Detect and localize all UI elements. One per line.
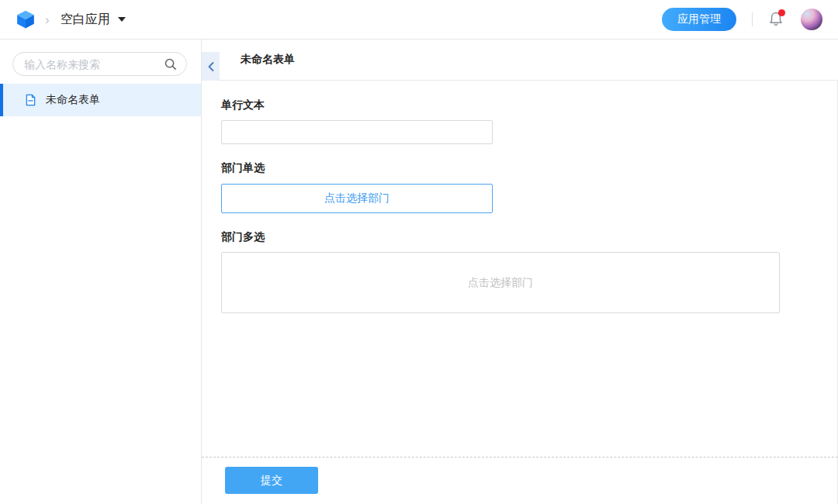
sidebar-search-box [12, 52, 187, 76]
single-line-text-input[interactable] [221, 120, 493, 144]
page-body: 未命名表单 未命名表单 单行文本 部门单选 点击选择部门 部门多选 [0, 40, 838, 504]
document-icon [25, 94, 36, 106]
app-logo-cube-icon[interactable] [16, 9, 36, 29]
main-panel: 未命名表单 单行文本 部门单选 点击选择部门 部门多选 点击选择部门 提交 [202, 40, 838, 504]
form-title: 未命名表单 [241, 53, 295, 67]
breadcrumb-app-name[interactable]: 空白应用 [61, 12, 126, 28]
app-name-label: 空白应用 [61, 12, 110, 28]
field-label: 部门单选 [221, 161, 818, 175]
topbar-divider [752, 12, 753, 26]
field-department-single: 部门单选 点击选择部门 [221, 161, 818, 213]
notification-badge-dot [778, 9, 785, 16]
submit-button[interactable]: 提交 [225, 467, 318, 494]
department-multi-placeholder: 点击选择部门 [468, 276, 533, 290]
breadcrumb-chevron-right-icon: › [45, 13, 50, 26]
app-manage-button[interactable]: 应用管理 [662, 8, 736, 31]
caret-down-icon [118, 17, 126, 22]
department-single-select-button[interactable]: 点击选择部门 [221, 184, 493, 213]
field-label: 单行文本 [221, 98, 818, 112]
form-header: 未命名表单 [202, 40, 838, 81]
user-avatar[interactable] [801, 9, 822, 30]
field-department-multi: 部门多选 点击选择部门 [221, 230, 818, 313]
back-button[interactable] [202, 52, 220, 81]
top-bar: › 空白应用 应用管理 [0, 0, 838, 40]
field-single-line-text: 单行文本 [221, 98, 818, 144]
form-area: 单行文本 部门单选 点击选择部门 部门多选 点击选择部门 [202, 81, 838, 457]
search-input[interactable] [24, 58, 164, 71]
sidebar-item-form[interactable]: 未命名表单 [0, 84, 201, 116]
sidebar: 未命名表单 [0, 40, 202, 504]
form-footer: 提交 [202, 457, 838, 504]
search-icon[interactable] [164, 57, 177, 71]
department-multi-select-box[interactable]: 点击选择部门 [221, 252, 780, 313]
sidebar-item-label: 未命名表单 [46, 93, 100, 107]
field-label: 部门多选 [221, 230, 818, 244]
notification-bell-icon[interactable] [768, 11, 784, 28]
